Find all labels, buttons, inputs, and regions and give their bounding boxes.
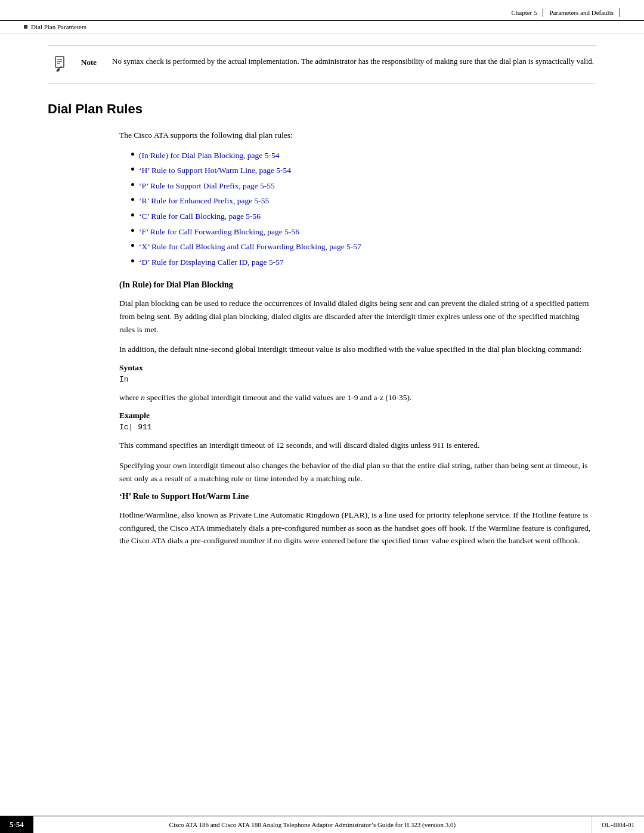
bullet-link-1[interactable]: ‘H’ Rule to Support Hot/Warm Line, page … xyxy=(139,164,291,177)
section-intro: The Cisco ATA supports the following dia… xyxy=(119,129,596,142)
subheader-label: Dial Plan Parameters xyxy=(31,23,86,30)
list-item: (In Rule) for Dial Plan Blocking, page 5… xyxy=(131,149,596,162)
note-text: No syntax check is performed by the actu… xyxy=(112,55,594,67)
subsection-0-heading: (In Rule) for Dial Plan Blocking xyxy=(119,280,596,290)
list-item: ‘D’ Rule for Displaying Caller ID, page … xyxy=(131,256,596,269)
subsection-0: (In Rule) for Dial Plan Blocking Dial pl… xyxy=(48,280,596,485)
subsection-0-para-0: Dial plan blocking can be used to reduce… xyxy=(119,297,596,336)
header-divider2 xyxy=(620,8,620,17)
example-heading: Example xyxy=(119,411,596,420)
list-item: ‘F’ Rule for Call Forwarding Blocking, p… xyxy=(131,225,596,239)
note-icon-area xyxy=(48,55,72,73)
subsection-0-after-0: This command specifies an interdigit tim… xyxy=(119,439,596,452)
bullet-link-2[interactable]: ‘P’ Rule to Support Dial Prefix, page 5-… xyxy=(139,179,275,193)
subsection-0-para-1: In addition, the default nine-second glo… xyxy=(119,343,596,356)
subsection-1-para-0: Hotline/Warmline, also known as Private … xyxy=(119,509,596,547)
page-header: Chapter 5 Parameters and Defaults xyxy=(0,0,644,21)
note-label: Note xyxy=(81,55,103,67)
bullet-dot xyxy=(131,198,134,201)
subsection-1: ‘H’ Rule to Support Hot/Warm Line Hotlin… xyxy=(48,492,596,547)
page-footer: 5-54 Cisco ATA 186 and Cisco ATA 188 Ana… xyxy=(0,816,644,833)
subsection-0-after-1: Specifying your own interdigit timeout a… xyxy=(119,459,596,485)
bullet-dot xyxy=(131,229,134,232)
bullet-dot xyxy=(131,259,134,262)
bullet-link-7[interactable]: ‘D’ Rule for Displaying Caller ID, page … xyxy=(139,256,284,269)
bullet-link-3[interactable]: ‘R’ Rule for Enhanced Prefix, page 5-55 xyxy=(139,194,269,208)
note-box: Note No syntax check is performed by the… xyxy=(48,45,596,83)
header-divider xyxy=(543,8,543,17)
bullet-link-4[interactable]: ‘C’ Rule for Call Blocking, page 5-56 xyxy=(139,210,261,223)
bullet-dot xyxy=(131,183,134,186)
example-code: Ic| 911 xyxy=(119,423,596,432)
syntax-heading: Syntax xyxy=(119,363,596,373)
subheader-left: Dial Plan Parameters xyxy=(24,23,620,30)
list-item: ‘X’ Rule for Call Blocking and Call Forw… xyxy=(131,240,596,253)
footer-right-text: OL-4804-01 xyxy=(592,816,644,833)
list-item: ‘P’ Rule to Support Dial Prefix, page 5-… xyxy=(131,179,596,193)
bullet-dot xyxy=(131,213,134,216)
syntax-code: In xyxy=(119,375,596,384)
svg-rect-0 xyxy=(55,57,64,67)
bullet-link-6[interactable]: ‘X’ Rule for Call Blocking and Call Forw… xyxy=(139,240,361,253)
chapter-label: Chapter 5 xyxy=(511,9,537,16)
subheader-icon xyxy=(24,25,27,29)
page-content: Note No syntax check is performed by the… xyxy=(0,33,644,602)
bullet-link-5[interactable]: ‘F’ Rule for Call Forwarding Blocking, p… xyxy=(139,225,299,239)
page-subheader: Dial Plan Parameters xyxy=(0,21,644,33)
list-item: ‘R’ Rule for Enhanced Prefix, page 5-55 xyxy=(131,194,596,208)
section-title: Dial Plan Rules xyxy=(48,101,596,117)
bullet-dot xyxy=(131,244,134,247)
list-item: ‘C’ Rule for Call Blocking, page 5-56 xyxy=(131,210,596,223)
footer-center-text: Cisco ATA 186 and Cisco ATA 188 Analog T… xyxy=(33,816,592,833)
subsection-1-heading: ‘H’ Rule to Support Hot/Warm Line xyxy=(119,492,596,501)
footer-page-number: 5-54 xyxy=(0,816,33,833)
syntax-desc: where n specifies the global interdigit … xyxy=(119,391,596,404)
bullet-dot xyxy=(131,153,134,156)
pencil-icon xyxy=(51,55,69,73)
header-right: Chapter 5 Parameters and Defaults xyxy=(511,8,620,17)
bullet-list: (In Rule) for Dial Plan Blocking, page 5… xyxy=(131,149,596,269)
bullet-link-0[interactable]: (In Rule) for Dial Plan Blocking, page 5… xyxy=(139,149,279,162)
list-item: ‘H’ Rule to Support Hot/Warm Line, page … xyxy=(131,164,596,177)
header-title: Parameters and Defaults xyxy=(549,9,614,16)
bullet-dot xyxy=(131,168,134,171)
